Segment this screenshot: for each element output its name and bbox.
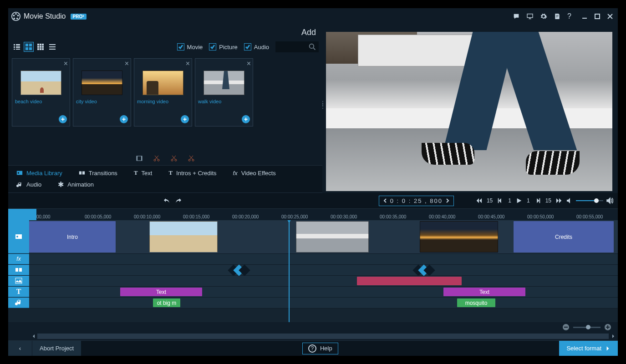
chat-icon[interactable] <box>513 13 520 20</box>
view-list-icon[interactable] <box>12 42 22 52</box>
view-grid-large-icon[interactable] <box>24 42 34 52</box>
search-icon <box>309 43 316 51</box>
preview-viewport[interactable] <box>326 32 612 191</box>
tab-text[interactable]: TText <box>126 167 161 178</box>
svg-rect-10 <box>14 46 15 48</box>
volume-high-icon <box>606 197 613 204</box>
clip-video-city[interactable] <box>420 221 498 253</box>
clip-intro[interactable]: Intro <box>29 221 116 253</box>
zoom-slider[interactable] <box>573 327 601 328</box>
track-fx-head[interactable]: fx <box>8 254 29 264</box>
tab-transitions[interactable]: Transitions <box>71 167 126 178</box>
media-card[interactable]: × beach video + <box>12 58 70 126</box>
clip-audio[interactable]: mosquito <box>457 298 495 307</box>
card-add-icon[interactable]: + <box>242 115 250 123</box>
select-format-button[interactable]: Select format <box>559 341 618 356</box>
note-icon[interactable] <box>554 13 561 20</box>
clip-picture[interactable] <box>357 277 462 285</box>
track-transitions-head[interactable] <box>8 265 29 275</box>
volume-slider[interactable] <box>576 200 603 202</box>
maximize-icon[interactable] <box>594 13 601 20</box>
playhead[interactable] <box>289 220 290 322</box>
svg-rect-24 <box>37 48 39 50</box>
svg-rect-22 <box>40 46 41 48</box>
cut-tool-icon[interactable] <box>153 155 160 164</box>
tab-animation[interactable]: ✱Animation <box>50 178 102 191</box>
gear-icon[interactable] <box>540 13 547 20</box>
back-button[interactable]: ‹ <box>8 341 32 356</box>
svg-rect-46 <box>15 268 18 272</box>
svg-rect-26 <box>42 48 44 50</box>
timecode-display[interactable]: 0 : 0 : 25 , 800 <box>379 196 454 206</box>
play-icon[interactable] <box>516 197 522 204</box>
step-back-icon[interactable] <box>497 197 504 204</box>
card-close-icon[interactable]: × <box>125 60 129 68</box>
svg-point-2 <box>17 15 19 16</box>
card-close-icon[interactable]: × <box>186 60 190 68</box>
zoom-out-icon[interactable] <box>562 324 570 331</box>
tab-media-library[interactable]: Media Library <box>8 167 71 178</box>
clip-text[interactable]: Text <box>443 288 525 296</box>
svg-rect-7 <box>595 14 600 19</box>
undo-icon[interactable] <box>163 197 170 204</box>
volume-control[interactable] <box>566 197 613 204</box>
step-forward-icon[interactable] <box>534 197 541 204</box>
monitor-icon[interactable] <box>526 13 534 20</box>
svg-rect-8 <box>14 44 15 46</box>
svg-point-41 <box>18 172 20 174</box>
cut-left-tool-icon[interactable] <box>170 155 178 164</box>
panel-resize-handle[interactable]: ⋮⋮ <box>320 102 322 107</box>
track-pictures-head[interactable] <box>8 276 29 286</box>
card-add-icon[interactable]: + <box>181 115 189 123</box>
zoom-in-icon[interactable] <box>604 324 611 331</box>
svg-point-45 <box>16 236 18 238</box>
tab-audio[interactable]: Audio <box>8 178 50 191</box>
fwd-count: 15 <box>545 197 551 204</box>
card-add-icon[interactable]: + <box>59 115 67 123</box>
help-button[interactable]: ?Help <box>302 343 338 354</box>
clip-video-beach[interactable] <box>149 221 218 253</box>
abort-project-button[interactable]: Abort Project <box>32 341 81 356</box>
filter-audio[interactable]: Audio <box>244 43 269 51</box>
clip-text[interactable]: Text <box>120 288 202 296</box>
filter-movie[interactable]: Movie <box>177 43 203 51</box>
clip-credits[interactable]: Credits <box>514 221 614 253</box>
track-text-head[interactable]: T <box>8 287 29 297</box>
tab-video-effects[interactable]: fxVideo Effects <box>225 167 284 178</box>
timeline-scrollbar[interactable] <box>8 332 618 340</box>
svg-rect-27 <box>49 44 56 45</box>
close-icon[interactable] <box>607 13 613 20</box>
minimize-icon[interactable] <box>581 13 588 20</box>
media-card[interactable]: × morning video + <box>134 58 192 126</box>
card-close-icon[interactable]: × <box>247 60 251 68</box>
search-input[interactable] <box>275 41 319 52</box>
track-audio-head[interactable] <box>8 298 29 308</box>
card-add-icon[interactable]: + <box>120 115 128 123</box>
redo-icon[interactable] <box>175 197 182 204</box>
app-logo: Movie Studio PRO³ <box>11 11 87 21</box>
media-card[interactable]: × city video + <box>73 58 131 126</box>
filter-picture[interactable]: Picture <box>209 43 237 51</box>
clip-video-walk[interactable] <box>296 221 369 253</box>
rewind-icon[interactable] <box>476 197 482 204</box>
view-grid-small-icon[interactable] <box>36 42 46 52</box>
cut-right-tool-icon[interactable] <box>188 155 195 164</box>
svg-rect-29 <box>49 49 56 50</box>
clip-audio[interactable]: ot big m <box>153 298 180 307</box>
track-video-head[interactable] <box>8 220 29 253</box>
timeline-ruler[interactable]: 00,000 00:00:05,000 00:00:10,000 00:00:1… <box>8 208 618 220</box>
media-label: morning video <box>137 99 189 104</box>
svg-point-30 <box>310 44 314 49</box>
fast-forward-icon[interactable] <box>556 197 562 204</box>
media-card[interactable]: × walk video + <box>195 58 253 126</box>
view-details-icon[interactable] <box>47 42 57 52</box>
add-label[interactable]: Add <box>301 28 316 37</box>
help-icon[interactable]: ? <box>567 12 571 20</box>
svg-rect-48 <box>15 278 22 283</box>
filmstrip-tool-icon[interactable] <box>136 155 143 164</box>
media-label: beach video <box>15 99 67 104</box>
card-close-icon[interactable]: × <box>64 60 68 68</box>
svg-rect-12 <box>14 49 15 50</box>
timeline[interactable]: Intro Credits fx <box>8 220 618 322</box>
tab-intros-credits[interactable]: TIntros + Credits <box>160 167 224 178</box>
